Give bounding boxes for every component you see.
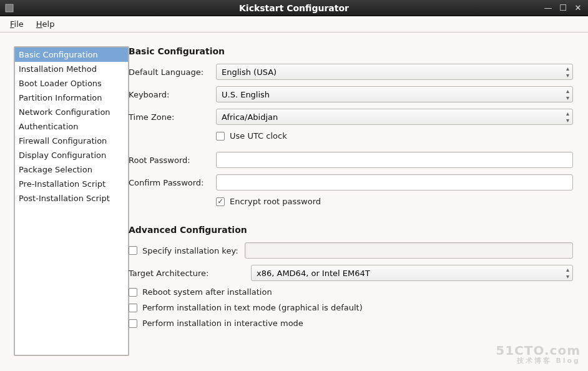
app-icon bbox=[4, 2, 15, 14]
encrypt-root-checkbox[interactable]: Encrypt root password bbox=[216, 197, 321, 206]
keyboard-row: Keyboard: U.S. English ▴▾ bbox=[129, 86, 573, 102]
target-arch-label: Target Architecture: bbox=[129, 269, 251, 278]
minimize-button[interactable]: — bbox=[543, 3, 553, 13]
window-title: Kickstart Configurator bbox=[0, 3, 588, 13]
sidebar-item-package-selection[interactable]: Package Selection bbox=[15, 162, 128, 177]
timezone-row: Time Zone: Africa/Abidjan ▴▾ bbox=[129, 109, 573, 125]
reboot-label: Reboot system after installation bbox=[142, 287, 272, 297]
confirm-password-input[interactable] bbox=[216, 174, 573, 190]
sidebar-item-network-configuration[interactable]: Network Configuration bbox=[15, 105, 128, 119]
checkbox-icon bbox=[216, 132, 225, 141]
close-button[interactable]: ✕ bbox=[573, 3, 583, 13]
chevron-updown-icon: ▴▾ bbox=[566, 88, 569, 101]
keyboard-combo[interactable]: U.S. English ▴▾ bbox=[216, 86, 573, 102]
target-arch-row: Target Architecture: x86, AMD64, or Inte… bbox=[129, 265, 573, 281]
maximize-button[interactable]: ☐ bbox=[558, 3, 568, 13]
sidebar-item-partition-information[interactable]: Partition Information bbox=[15, 91, 128, 105]
chevron-updown-icon: ▴▾ bbox=[566, 111, 569, 124]
use-utc-row: Use UTC clock bbox=[129, 131, 573, 143]
menu-file[interactable]: File bbox=[4, 17, 30, 31]
default-language-combo[interactable]: English (USA) ▴▾ bbox=[216, 64, 573, 80]
default-language-label: Default Language: bbox=[129, 67, 216, 77]
target-arch-combo[interactable]: x86, AMD64, or Intel EM64T ▴▾ bbox=[251, 265, 573, 281]
root-password-label: Root Password: bbox=[129, 156, 216, 165]
use-utc-label: Use UTC clock bbox=[230, 131, 287, 141]
text-mode-checkbox[interactable]: Perform installation in text mode (graph… bbox=[129, 303, 573, 312]
keyboard-label: Keyboard: bbox=[129, 90, 216, 99]
checkbox-checked-icon bbox=[216, 197, 225, 206]
sidebar-item-installation-method[interactable]: Installation Method bbox=[15, 62, 128, 76]
interactive-label: Perform installation in interactive mode bbox=[142, 319, 303, 328]
checkbox-icon bbox=[129, 246, 137, 255]
root-password-row: Root Password: bbox=[129, 152, 573, 168]
main-panel: Basic Configuration Default Language: En… bbox=[122, 32, 588, 371]
specify-key-row: Specify installation key: bbox=[129, 242, 573, 259]
checkbox-icon bbox=[129, 304, 137, 312]
interactive-checkbox[interactable]: Perform installation in interactive mode bbox=[129, 319, 573, 328]
titlebar: Kickstart Configurator — ☐ ✕ bbox=[0, 0, 588, 16]
timezone-label: Time Zone: bbox=[129, 112, 216, 122]
encrypt-root-label: Encrypt root password bbox=[230, 197, 321, 206]
text-mode-label: Perform installation in text mode (graph… bbox=[142, 303, 363, 312]
confirm-password-label: Confirm Password: bbox=[129, 178, 216, 187]
menu-help[interactable]: Help bbox=[30, 17, 61, 31]
specify-key-input[interactable] bbox=[245, 242, 573, 259]
window-controls: — ☐ ✕ bbox=[543, 3, 588, 13]
specify-key-label: Specify installation key: bbox=[142, 246, 238, 255]
svg-rect-0 bbox=[6, 4, 13, 12]
sidebar-item-basic-configuration[interactable]: Basic Configuration bbox=[15, 47, 128, 62]
sidebar-item-boot-loader-options[interactable]: Boot Loader Options bbox=[15, 76, 128, 91]
sidebar-item-display-configuration[interactable]: Display Configuration bbox=[15, 148, 128, 162]
timezone-value: Africa/Abidjan bbox=[222, 112, 278, 122]
reboot-checkbox[interactable]: Reboot system after installation bbox=[129, 287, 573, 297]
sidebar-container: Basic Configuration Installation Method … bbox=[0, 32, 122, 371]
menubar: File Help bbox=[0, 16, 588, 32]
default-language-row: Default Language: English (USA) ▴▾ bbox=[129, 64, 573, 80]
confirm-password-row: Confirm Password: bbox=[129, 174, 573, 190]
target-arch-value: x86, AMD64, or Intel EM64T bbox=[257, 269, 370, 278]
sidebar-item-pre-installation-script[interactable]: Pre-Installation Script bbox=[15, 177, 128, 191]
specify-key-checkbox[interactable]: Specify installation key: bbox=[129, 246, 238, 255]
keyboard-value: U.S. English bbox=[222, 90, 270, 99]
encrypt-root-row: Encrypt root password bbox=[129, 197, 573, 209]
checkbox-icon bbox=[129, 288, 137, 297]
chevron-updown-icon: ▴▾ bbox=[566, 66, 569, 79]
sidebar-item-post-installation-script[interactable]: Post-Installation Script bbox=[15, 191, 128, 205]
use-utc-checkbox[interactable]: Use UTC clock bbox=[216, 131, 287, 141]
advanced-section: Advanced Configuration Specify installat… bbox=[129, 225, 573, 328]
checkbox-icon bbox=[129, 319, 137, 328]
default-language-value: English (USA) bbox=[222, 67, 277, 77]
basic-config-title: Basic Configuration bbox=[129, 46, 573, 56]
sidebar: Basic Configuration Installation Method … bbox=[14, 46, 129, 356]
sidebar-item-authentication[interactable]: Authentication bbox=[15, 119, 128, 134]
content: Basic Configuration Installation Method … bbox=[0, 32, 588, 371]
chevron-updown-icon: ▴▾ bbox=[566, 267, 569, 280]
sidebar-item-firewall-configuration[interactable]: Firewall Configuration bbox=[15, 134, 128, 148]
advanced-config-title: Advanced Configuration bbox=[129, 225, 573, 235]
timezone-combo[interactable]: Africa/Abidjan ▴▾ bbox=[216, 109, 573, 125]
root-password-input[interactable] bbox=[216, 152, 573, 168]
